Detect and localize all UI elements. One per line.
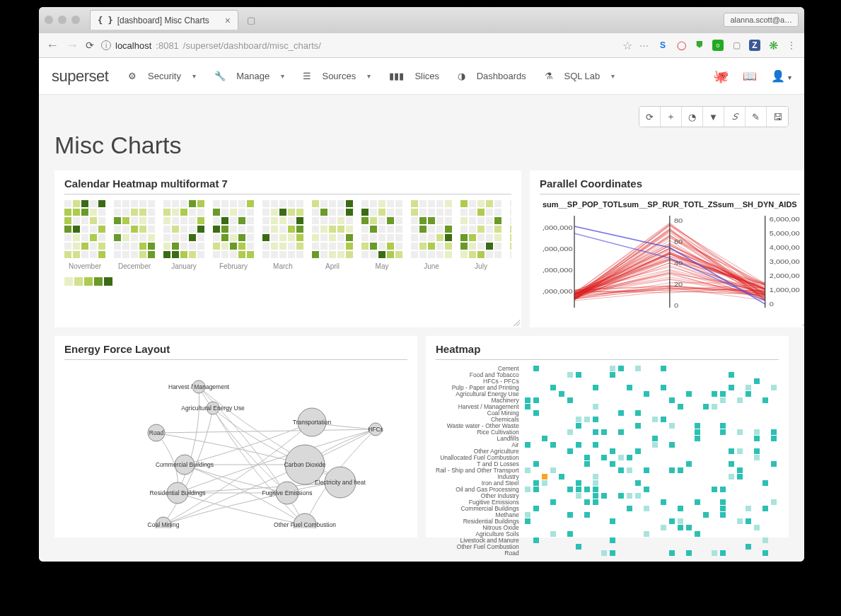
panel-energy-force[interactable]: Energy Force Layout Carbon DioxideElectr… — [54, 336, 417, 537]
close-tab-icon[interactable]: × — [225, 15, 231, 26]
month-label: June — [424, 262, 439, 270]
chrome-menu-icon[interactable]: ⋮ — [786, 40, 797, 51]
user-menu[interactable]: 👤 ▾ — [771, 69, 791, 83]
svg-text:5,000,000: 5,000,000 — [770, 230, 800, 237]
minimize-window-icon[interactable] — [58, 16, 66, 24]
url-path: /superset/dashboard/misc_charts/ — [183, 40, 321, 51]
svg-text:4,000,000: 4,000,000 — [770, 244, 800, 251]
address-bar[interactable]: i localhost:8081/superset/dashboard/misc… — [101, 40, 615, 51]
wrench-icon: 🔧 — [214, 71, 226, 81]
heatmap-row-labels: CementFood and TobaccoHFCs - PFCsPulp - … — [436, 366, 522, 528]
docs-icon[interactable]: 📖 — [743, 69, 757, 83]
svg-text:Coal Mining: Coal Mining — [148, 521, 180, 528]
profile-chip[interactable]: alanna.scott@a… — [724, 13, 799, 27]
gear-icon: ⚙ — [128, 71, 137, 81]
ext-badge[interactable]: 0 — [712, 40, 724, 51]
ext-icon-box[interactable]: ▢ — [731, 40, 742, 51]
calendar-heatmap-body: NovemberDecemberJanuaryFebruaryMarchApri… — [64, 200, 511, 270]
heatmap-body: CementFood and TobaccoHFCs - PFCsPulp - … — [436, 366, 779, 528]
svg-text:,000,000: ,000,000 — [543, 245, 573, 252]
app-root: superset ⚙ Security ▾ 🔧 Manage ▾ ☰ Sourc… — [39, 58, 804, 562]
panel-title: Heatmap — [436, 343, 779, 360]
svg-text:20: 20 — [674, 281, 683, 288]
svg-text:0: 0 — [674, 302, 679, 309]
ext-icon-z[interactable]: Z — [749, 40, 760, 51]
month-label: December — [118, 262, 151, 270]
bookmark-star-icon[interactable]: ☆ — [622, 39, 632, 52]
menu-slices[interactable]: ▮▮▮ Slices — [389, 71, 439, 81]
heatmap-row-label: Road — [504, 550, 518, 557]
svg-text:,000,000: ,000,000 — [543, 288, 573, 295]
axis-label: sum__SH_DYN_AIDS — [718, 200, 797, 209]
panel-calendar-heatmap[interactable]: Calendar Heatmap multiformat 7 NovemberD… — [54, 170, 521, 327]
svg-text:Other Fuel Combustion: Other Fuel Combustion — [274, 521, 336, 528]
bar-chart-icon: ▮▮▮ — [389, 71, 404, 81]
svg-text:Transportation: Transportation — [293, 419, 332, 426]
menu-sources[interactable]: ☰ Sources ▾ — [303, 71, 371, 81]
calendar-legend — [64, 277, 511, 286]
github-icon[interactable]: 🐙 — [713, 69, 729, 84]
svg-text:3,000,000: 3,000,000 — [770, 258, 800, 265]
resize-handle[interactable] — [801, 319, 804, 326]
svg-text:80: 80 — [674, 217, 683, 224]
panel-title: Energy Force Layout — [64, 343, 407, 360]
resize-handle[interactable] — [513, 319, 520, 326]
month-label: March — [273, 262, 293, 270]
svg-text:,000,000: ,000,000 — [543, 267, 573, 274]
ext-icon-s[interactable]: S — [657, 40, 668, 51]
svg-text:Residential Buildings: Residential Buildings — [150, 489, 206, 496]
url-port: :8081 — [156, 40, 179, 51]
svg-text:HFCs: HFCs — [368, 426, 383, 433]
tab-title: [dashboard] Misc Charts — [117, 16, 209, 25]
svg-text:0: 0 — [770, 301, 775, 308]
chrome-tab-strip: { } [dashboard] Misc Charts × ▢ alanna.s… — [39, 7, 804, 33]
axis-label: sum__SP_RUR_TOTL_ZS — [623, 200, 718, 209]
zoom-window-icon[interactable] — [71, 16, 80, 24]
url-host: localhost — [115, 40, 151, 51]
svg-text:2,000,000: 2,000,000 — [770, 272, 800, 279]
new-tab-button[interactable]: ▢ — [243, 11, 260, 28]
heatmap-cells — [522, 366, 779, 528]
edit-button[interactable]: ✎ — [746, 107, 767, 127]
save-button[interactable]: 🖫 — [767, 107, 788, 127]
css-button[interactable]: 𝘚 — [724, 107, 746, 127]
forward-button[interactable]: → — [66, 38, 79, 53]
svg-text:40: 40 — [674, 260, 683, 267]
address-bar-row: ← → ⟳ i localhost:8081/superset/dashboar… — [39, 33, 804, 58]
ext-icon-shield[interactable]: ⛊ — [694, 40, 705, 51]
ext-icon-o[interactable]: ◯ — [675, 40, 687, 51]
menu-sql-lab[interactable]: ⚗ SQL Lab ▾ — [545, 71, 615, 81]
site-info-icon[interactable]: i — [101, 40, 111, 50]
panel-heatmap[interactable]: Heatmap CementFood and TobaccoHFCs - PFC… — [426, 336, 789, 537]
browser-tab[interactable]: { } [dashboard] Misc Charts × — [90, 10, 238, 30]
panel-parallel-coordinates[interactable]: Parallel Coordinates sum__SP_POP_TOTL su… — [530, 170, 804, 327]
ext-icon-green[interactable]: ❋ — [767, 40, 779, 51]
chevron-down-icon: ▾ — [281, 72, 284, 80]
clock-button[interactable]: ◔ — [682, 107, 703, 127]
add-button[interactable]: ＋ — [661, 107, 682, 127]
svg-text:60: 60 — [674, 238, 683, 245]
svg-text:Electricity and heat: Electricity and heat — [315, 479, 366, 486]
refresh-button[interactable]: ⟳ — [639, 107, 661, 127]
flask-icon: ⚗ — [545, 71, 553, 81]
svg-text:Carbon Dioxide: Carbon Dioxide — [284, 461, 326, 468]
back-button[interactable]: ← — [46, 38, 59, 53]
chevron-down-icon: ▾ — [611, 72, 615, 80]
month-label: November — [69, 262, 101, 270]
filter-button[interactable]: ▼ — [703, 107, 724, 127]
brand-logo[interactable]: superset — [52, 67, 108, 86]
svg-text:Road: Road — [149, 429, 164, 436]
browser-window: { } [dashboard] Misc Charts × ▢ alanna.s… — [39, 7, 804, 562]
reload-button[interactable]: ⟳ — [86, 40, 94, 51]
menu-dashboards[interactable]: ◑ Dashboards — [458, 71, 526, 81]
menu-manage[interactable]: 🔧 Manage ▾ — [214, 71, 284, 81]
chevron-down-icon: ▾ — [367, 72, 371, 80]
parallel-coords-body: sum__SP_POP_TOTL sum__SP_RUR_TOTL_ZS sum… — [540, 200, 800, 320]
force-layout-svg: Carbon DioxideElectricity and heatTransp… — [64, 366, 404, 528]
axis-label: sum__SP_POP_TOTL — [543, 200, 623, 209]
menu-security[interactable]: ⚙ Security ▾ — [128, 71, 195, 81]
close-window-icon[interactable] — [45, 16, 53, 24]
favicon-icon: { } — [98, 16, 113, 25]
window-controls[interactable] — [45, 16, 80, 24]
page-title: Misc Charts — [54, 132, 789, 159]
